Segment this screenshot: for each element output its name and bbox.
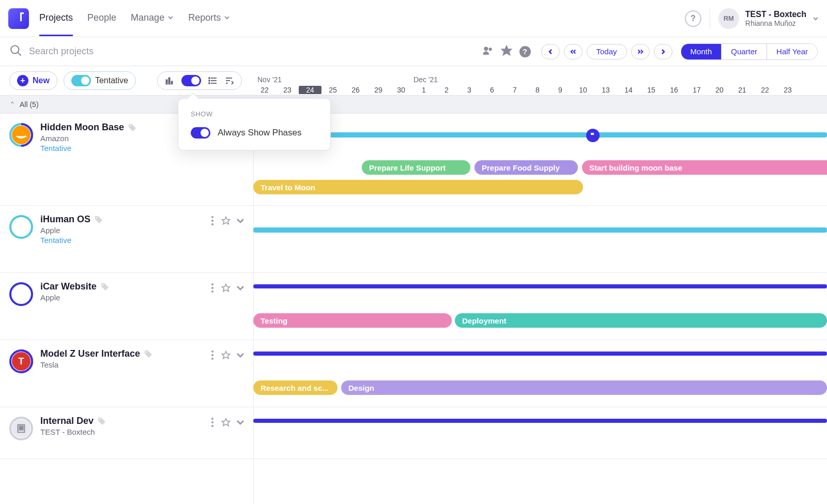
chevron-down-icon[interactable] — [236, 216, 245, 225]
popover-section-label: SHOW — [191, 110, 318, 118]
more-icon[interactable] — [209, 418, 216, 427]
star-icon[interactable] — [221, 216, 231, 225]
star-icon[interactable] — [221, 283, 231, 293]
phase-bar[interactable]: Travel to Moon — [253, 180, 583, 194]
nav-tab-people[interactable]: People — [87, 1, 116, 36]
project-side[interactable]: TModel Z User Interface Tesla — [0, 340, 253, 407]
group-header[interactable]: ⌃ All (5) — [0, 95, 827, 114]
phase-bar[interactable]: Research and sc... — [253, 380, 338, 395]
search-input[interactable] — [29, 46, 163, 57]
day-cell[interactable]: 10 — [572, 86, 594, 94]
phase-bar[interactable]: Prepare Life Support — [362, 160, 470, 175]
phase-bar[interactable]: Start building moon base — [582, 160, 827, 175]
app-logo[interactable] — [8, 8, 29, 29]
allocation-bar[interactable] — [253, 419, 827, 423]
new-button[interactable]: + New — [9, 71, 57, 90]
svg-rect-27 — [19, 429, 21, 430]
star-icon[interactable] — [221, 350, 231, 360]
tag-icon — [128, 124, 136, 132]
day-cell[interactable]: 22 — [253, 86, 276, 94]
day-cell[interactable]: 13 — [594, 86, 617, 94]
more-icon[interactable] — [209, 283, 216, 293]
tag-icon — [95, 216, 103, 224]
star-icon[interactable] — [221, 418, 231, 427]
day-cell[interactable]: 17 — [685, 86, 708, 94]
bar-chart-icon — [165, 76, 174, 85]
project-client: Apple — [40, 293, 244, 302]
chevron-down-icon[interactable] — [236, 418, 245, 427]
day-cell[interactable]: 3 — [458, 86, 481, 94]
project-row: iCar Website AppleTestingDeployment — [0, 273, 827, 340]
phase-bar[interactable]: Deployment — [455, 313, 827, 328]
nav-tab-manage[interactable]: Manage — [131, 1, 174, 36]
project-client: TEST - Boxtech — [40, 427, 244, 436]
day-cell[interactable]: 29 — [367, 86, 390, 94]
day-cell[interactable]: 16 — [663, 86, 685, 94]
allocation-bar[interactable] — [253, 132, 827, 138]
today-button[interactable]: Today — [587, 44, 627, 59]
day-cell[interactable]: 6 — [481, 86, 503, 94]
chevron-down-icon[interactable] — [236, 283, 245, 293]
next-button[interactable] — [654, 44, 672, 59]
phases-toggle[interactable] — [191, 127, 210, 139]
svg-line-1 — [18, 52, 21, 56]
day-cell[interactable]: 22 — [754, 86, 776, 94]
more-icon[interactable] — [209, 216, 216, 225]
day-cell[interactable]: 24 — [299, 86, 321, 94]
tentative-toggle[interactable]: Tentative — [64, 71, 136, 90]
prev-button[interactable] — [541, 44, 560, 59]
milestone-flag-icon[interactable] — [586, 129, 600, 142]
svg-point-18 — [96, 217, 97, 218]
svg-rect-26 — [22, 426, 23, 427]
day-cell[interactable]: 2 — [435, 86, 458, 94]
view-options[interactable] — [157, 71, 242, 90]
chevron-down-icon — [224, 14, 230, 21]
project-status: Tentative — [40, 236, 244, 245]
nav-tab-reports-label: Reports — [188, 12, 221, 23]
day-cell[interactable]: 21 — [731, 86, 754, 94]
project-icon — [9, 123, 33, 147]
day-cell[interactable]: 23 — [276, 86, 299, 94]
day-cell[interactable]: 26 — [344, 86, 367, 94]
day-cell[interactable]: 1 — [412, 86, 435, 94]
user-menu[interactable]: RM TEST - Boxtech Rhianna Muñoz — [710, 8, 819, 29]
day-cell[interactable]: 23 — [776, 86, 799, 94]
range-halfyear[interactable]: Half Year — [767, 44, 817, 59]
day-cell[interactable]: 15 — [640, 86, 663, 94]
nav-tab-reports[interactable]: Reports — [188, 1, 230, 36]
day-cell[interactable]: 20 — [708, 86, 731, 94]
chevron-down-icon[interactable] — [236, 350, 245, 360]
nav-tab-projects[interactable]: Projects — [39, 1, 73, 36]
phases-popover: SHOW Always Show Phases — [178, 98, 331, 150]
day-cell[interactable]: 8 — [526, 86, 549, 94]
day-cell[interactable]: 30 — [390, 86, 412, 94]
allocation-bar[interactable] — [253, 227, 827, 233]
phase-bar[interactable]: Design — [341, 380, 827, 395]
phase-bar[interactable]: Testing — [253, 313, 452, 328]
svg-marker-23 — [222, 352, 230, 359]
project-side[interactable]: Internal Dev TEST - Boxtech — [0, 407, 253, 459]
day-cell[interactable]: 14 — [617, 86, 640, 94]
project-side[interactable]: iHuman OS AppleTentative — [0, 206, 253, 272]
fast-next-button[interactable] — [631, 44, 650, 59]
star-icon[interactable] — [501, 45, 512, 58]
range-quarter[interactable]: Quarter — [721, 44, 767, 59]
more-icon[interactable] — [209, 350, 216, 360]
gantt-area: TestingDeployment — [253, 273, 827, 340]
phase-bar[interactable]: Prepare Food Supply — [474, 160, 578, 175]
day-cell[interactable]: 25 — [321, 86, 344, 94]
nav-tab-manage-label: Manage — [131, 12, 164, 23]
search-icon — [9, 44, 23, 59]
svg-marker-30 — [222, 419, 230, 426]
people-icon[interactable] — [482, 45, 494, 58]
allocation-bar[interactable] — [253, 284, 827, 288]
fast-prev-button[interactable] — [564, 44, 583, 59]
help-icon[interactable]: ? — [519, 46, 531, 57]
allocation-bar[interactable] — [253, 352, 827, 356]
project-side[interactable]: iCar Website Apple — [0, 273, 253, 340]
svg-rect-6 — [169, 78, 170, 84]
day-cell[interactable]: 7 — [503, 86, 526, 94]
help-icon[interactable]: ? — [685, 10, 701, 27]
range-month[interactable]: Month — [681, 44, 722, 59]
day-cell[interactable]: 9 — [549, 86, 572, 94]
